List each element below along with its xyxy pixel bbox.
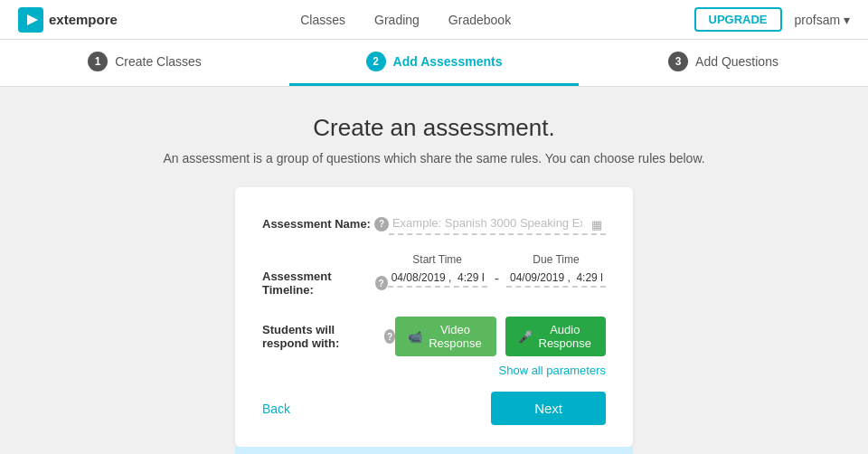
step-3-label: Add Questions — [695, 54, 778, 69]
step-2-label: Add Assessments — [393, 54, 503, 69]
step-1-label: Create Classes — [115, 54, 202, 69]
back-button[interactable]: Back — [262, 402, 290, 416]
timeline-help-icon[interactable]: ? — [375, 276, 388, 290]
nav-gradebook[interactable]: Gradebook — [448, 13, 511, 27]
header: extempore Classes Grading Gradebook UPGR… — [0, 0, 868, 40]
start-time-label: Start Time — [412, 253, 462, 266]
assessment-name-row: Assessment Name: ? ▦ — [262, 213, 606, 235]
logo-icon — [18, 7, 43, 33]
response-buttons: 📹 Video Response 🎤 Audio Response — [395, 317, 606, 356]
main-nav: Classes Grading Gradebook — [300, 13, 511, 27]
step-1[interactable]: 1 Create Classes — [0, 40, 289, 86]
assessment-form-card: Assessment Name: ? ▦ Assessment Timeline… — [235, 187, 633, 447]
video-banner: View explanation video 2:29 — [235, 447, 633, 454]
assessment-timeline-row: Assessment Timeline: ? Start Time - Due … — [262, 253, 606, 297]
assessment-name-input[interactable] — [389, 213, 606, 235]
logo: extempore — [18, 7, 118, 33]
response-label: Students will respond with: ? — [262, 323, 395, 350]
show-params-row: Show all parameters — [262, 364, 606, 377]
step-2-number: 2 — [366, 52, 386, 71]
page-subtitle: An assessment is a group of questions wh… — [163, 151, 704, 166]
mic-icon: 🎤 — [518, 330, 533, 344]
timeline-fields: Start Time - Due Time — [388, 253, 606, 288]
step-3-number: 3 — [668, 52, 688, 71]
show-params-link[interactable]: Show all parameters — [499, 364, 607, 377]
due-time-label: Due Time — [533, 253, 579, 266]
logo-text: extempore — [49, 12, 118, 27]
audio-response-button[interactable]: 🎤 Audio Response — [505, 317, 606, 356]
header-right: UPGRADE profsam ▾ — [694, 7, 850, 32]
timeline-separator: - — [495, 254, 499, 287]
stepper: 1 Create Classes 2 Add Assessments 3 Add… — [0, 40, 868, 87]
calendar-icon: ▦ — [591, 217, 602, 231]
step-2[interactable]: 2 Add Assessments — [289, 40, 579, 86]
action-row: Back Next — [262, 392, 606, 425]
upgrade-button[interactable]: UPGRADE — [694, 7, 782, 32]
video-response-button[interactable]: 📹 Video Response — [395, 317, 495, 356]
due-time-input[interactable] — [506, 270, 606, 288]
main-content: Create an assessment. An assessment is a… — [0, 87, 868, 454]
assessment-name-label: Assessment Name: ? — [262, 217, 389, 232]
next-button[interactable]: Next — [491, 392, 606, 425]
page-title: Create an assessment. — [313, 114, 554, 142]
nav-classes[interactable]: Classes — [300, 13, 345, 27]
assessment-name-help-icon[interactable]: ? — [374, 217, 389, 232]
step-3[interactable]: 3 Add Questions — [579, 40, 868, 86]
start-time-input[interactable] — [388, 270, 487, 288]
due-time-field: Due Time — [506, 253, 606, 288]
user-menu[interactable]: profsam ▾ — [795, 13, 850, 27]
nav-grading[interactable]: Grading — [374, 13, 420, 27]
start-time-field: Start Time — [388, 253, 487, 288]
video-icon: 📹 — [408, 330, 422, 344]
response-help-icon[interactable]: ? — [384, 329, 395, 344]
assessment-name-input-wrap: ▦ — [389, 213, 606, 235]
timeline-label: Assessment Timeline: ? — [262, 253, 388, 297]
response-type-row: Students will respond with: ? 📹 Video Re… — [262, 317, 606, 356]
step-1-number: 1 — [88, 52, 108, 71]
